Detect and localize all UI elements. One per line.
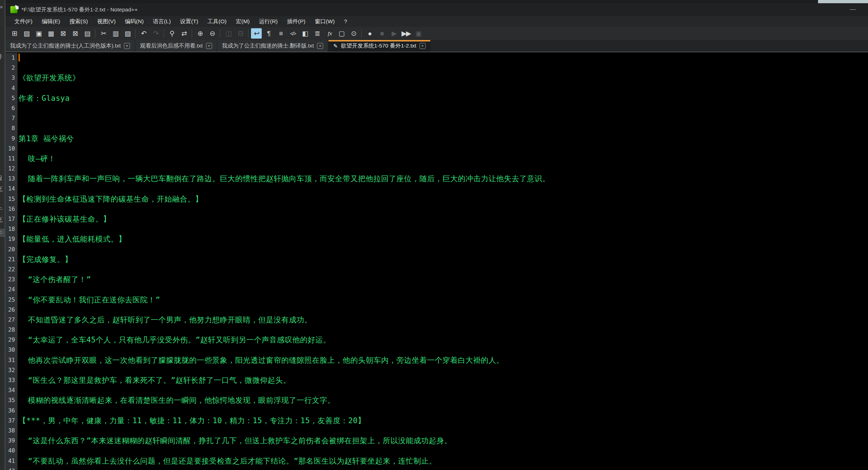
paste-icon[interactable]: ▧: [122, 28, 133, 39]
menu-language[interactable]: 语言(L): [148, 18, 175, 25]
line-text[interactable]: 不知道昏迷了多久之后，赵轩听到了一个男声，他努力想睁开眼睛，但是没有成功。: [17, 315, 868, 325]
line-number[interactable]: 5: [5, 93, 17, 103]
line-number[interactable]: 7: [5, 113, 17, 123]
line-number[interactable]: 32: [5, 365, 17, 375]
line-number[interactable]: 33: [5, 375, 17, 385]
new-file-icon[interactable]: ⊞: [9, 28, 20, 39]
line-text[interactable]: [17, 365, 868, 375]
line-text[interactable]: [17, 385, 868, 395]
line-number[interactable]: 19: [5, 234, 17, 244]
line-text[interactable]: “你不要乱动！我们正在送你去医院！”: [17, 295, 868, 305]
macro-save-icon[interactable]: ▣: [413, 28, 423, 39]
line-number[interactable]: 27: [5, 315, 17, 325]
line-number[interactable]: 41: [5, 456, 17, 466]
line-text[interactable]: 【能量低，进入低能耗模式。】: [17, 234, 868, 244]
line-number[interactable]: 3: [5, 73, 17, 83]
line-number[interactable]: 6: [5, 103, 17, 113]
line-number[interactable]: 37: [5, 416, 17, 426]
tab-knight-polished[interactable]: 我成为了公主们痴迷的骑士(人工润色版本).txt ×: [5, 40, 135, 52]
line-number[interactable]: 26: [5, 305, 17, 315]
line-text[interactable]: 第1章 福兮祸兮: [17, 134, 868, 144]
file-monitor-icon[interactable]: ▢: [336, 28, 347, 39]
line-text[interactable]: [17, 224, 868, 234]
line-text[interactable]: [17, 305, 868, 315]
line-number[interactable]: 15: [5, 194, 17, 204]
line-number[interactable]: 31: [5, 355, 17, 365]
line-number[interactable]: 21: [5, 254, 17, 264]
line-text[interactable]: [17, 123, 868, 133]
line-text[interactable]: “不要乱动，虽然你看上去没什么问题，但是还是要接受检查之后才能下结论。”那名医生…: [17, 456, 868, 466]
tab-knight-translated[interactable]: 我成为了公主们痴迷的骑士.翻译版.txt ×: [217, 40, 328, 52]
line-text[interactable]: 随着一阵刹车声和一声巨响，一辆大巴车翻倒在了路边。巨大的惯性把赵轩抛向车顶，而安…: [17, 174, 868, 184]
menu-edit[interactable]: 编辑(E): [37, 18, 65, 25]
menu-file[interactable]: 文件(F): [10, 18, 37, 25]
menu-run[interactable]: 运行(R): [254, 18, 282, 25]
line-number[interactable]: 13: [5, 174, 17, 184]
line-number[interactable]: 30: [5, 345, 17, 355]
tab-close-icon[interactable]: ×: [317, 43, 323, 49]
line-number[interactable]: 34: [5, 385, 17, 395]
line-text[interactable]: 作者：Glasya: [17, 93, 868, 103]
line-number[interactable]: 36: [5, 406, 17, 416]
menu-search[interactable]: 搜索(S): [65, 18, 92, 25]
line-text[interactable]: [17, 446, 868, 456]
undo-icon[interactable]: ↶: [138, 28, 149, 39]
line-text[interactable]: [17, 204, 868, 214]
menu-plugins[interactable]: 插件(P): [282, 18, 310, 25]
line-number[interactable]: 18: [5, 224, 17, 234]
line-number[interactable]: 16: [5, 204, 17, 214]
line-number[interactable]: 8: [5, 123, 17, 133]
line-number[interactable]: 4: [5, 83, 17, 93]
line-number[interactable]: 2: [5, 63, 17, 73]
line-text[interactable]: 《欲望开发系统》: [17, 73, 868, 83]
save-all-icon[interactable]: ▦: [45, 28, 56, 39]
line-number[interactable]: 1: [5, 53, 17, 63]
line-number[interactable]: 23: [5, 274, 17, 285]
tab-close-icon[interactable]: ×: [420, 43, 426, 49]
line-number[interactable]: 17: [5, 214, 17, 224]
line-text[interactable]: [17, 264, 868, 274]
define-language-icon[interactable]: </>: [287, 28, 298, 39]
line-text[interactable]: 【检测到生命体征迅速下降的碳基生命，开始融合。】: [17, 194, 868, 204]
sync-horizontal-scroll-icon[interactable]: ⊟: [235, 28, 246, 39]
line-text[interactable]: [17, 53, 868, 63]
line-text[interactable]: [17, 345, 868, 355]
line-text[interactable]: [17, 63, 868, 73]
print-icon[interactable]: ▤: [82, 28, 92, 39]
menu-tools[interactable]: 工具(O): [203, 18, 231, 25]
minimize-button[interactable]: —: [847, 5, 859, 13]
line-number[interactable]: 39: [5, 436, 17, 446]
text-editor[interactable]: 1 2 3 《欲望开发系统》 4: [5, 52, 868, 470]
line-text[interactable]: [17, 406, 868, 416]
line-text[interactable]: [17, 184, 868, 194]
line-text[interactable]: “医生么？那这里是救护车，看来死不了。”赵轩长舒了一口气，微微仰起头。: [17, 375, 868, 385]
replace-icon[interactable]: ⇄: [179, 28, 189, 39]
line-text[interactable]: [17, 325, 868, 335]
line-number[interactable]: 10: [5, 144, 17, 154]
line-text[interactable]: 模糊的视线逐渐清晰起来，在看清楚医生的一瞬间，他惊愕地发现，眼前浮现了一行文字。: [17, 395, 868, 405]
show-all-characters-icon[interactable]: ¶: [263, 28, 274, 39]
line-text[interactable]: 【***，男，中年，健康，力量：11，敏捷：11，体力：10，精力：15，专注力…: [17, 416, 868, 426]
line-number[interactable]: 40: [5, 446, 17, 456]
zoom-in-icon[interactable]: ⊕: [195, 28, 205, 39]
line-number[interactable]: 25: [5, 295, 17, 305]
find-icon[interactable]: ⚲: [166, 28, 177, 39]
menu-window[interactable]: 窗口(W): [310, 18, 339, 25]
function-list-icon[interactable]: ƒx: [324, 28, 335, 39]
tab-close-icon[interactable]: ×: [206, 43, 212, 49]
line-text[interactable]: [17, 164, 868, 174]
line-text[interactable]: “这个伤者醒了！”: [17, 274, 868, 285]
macro-record-icon[interactable]: ●: [364, 28, 375, 39]
zoom-out-icon[interactable]: ⊖: [207, 28, 217, 39]
line-number[interactable]: 20: [5, 244, 17, 254]
line-number[interactable]: 24: [5, 285, 17, 295]
line-text[interactable]: 【完成修复。】: [17, 254, 868, 264]
line-number[interactable]: 14: [5, 184, 17, 194]
tab-viewing-notes[interactable]: 观看后润色后感不用看.txt ×: [135, 40, 217, 52]
line-text[interactable]: 吱—砰！: [17, 154, 868, 164]
close-all-icon[interactable]: ⊠: [70, 28, 80, 39]
word-wrap-icon[interactable]: ↩: [251, 28, 262, 39]
copy-icon[interactable]: ▥: [110, 28, 121, 39]
sync-vertical-scroll-icon[interactable]: ◫: [223, 28, 234, 39]
cut-icon[interactable]: ✂: [98, 28, 109, 39]
